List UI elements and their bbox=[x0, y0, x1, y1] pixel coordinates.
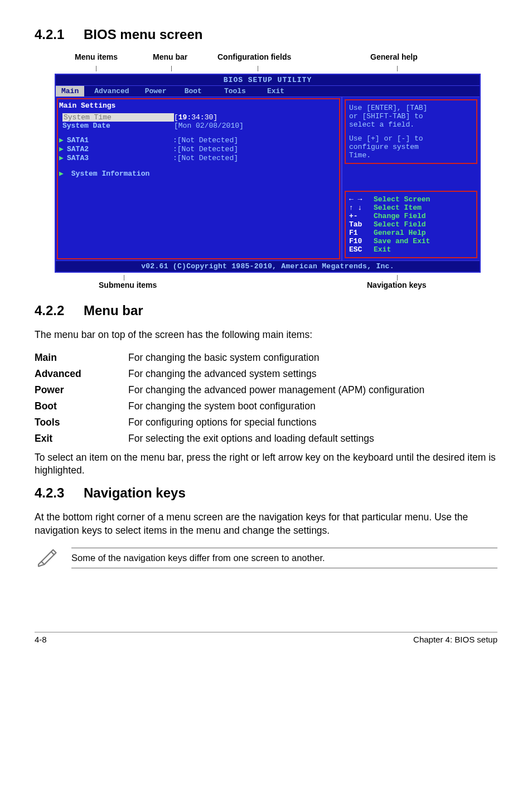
submenu-arrow-icon: ▶ bbox=[59, 153, 67, 162]
menubar-intro-text: The menu bar on top of the screen has th… bbox=[35, 328, 497, 342]
page-footer: 4-8 Chapter 4: BIOS setup bbox=[35, 632, 497, 644]
nav-key-f1: F1 bbox=[349, 229, 374, 237]
bios-sata1-value: :[Not Detected] bbox=[173, 136, 238, 144]
bios-system-date-value: [Mon 02/08/2010] bbox=[174, 122, 244, 130]
bios-title: BIOS SETUP UTILITY bbox=[56, 75, 480, 86]
bios-sata3-label: SATA3 bbox=[67, 154, 173, 162]
footer-chapter: Chapter 4: BIOS setup bbox=[413, 635, 497, 644]
bios-menu-bar: Main Advanced Power Boot Tools Exit bbox=[56, 86, 480, 97]
term-exit: Exit bbox=[35, 431, 128, 447]
bios-footer: v02.61 (C)Copyright 1985-2010, American … bbox=[56, 260, 480, 272]
term-boot: Boot bbox=[35, 398, 128, 414]
bios-tab-main[interactable]: Main bbox=[56, 86, 84, 96]
bios-sata2-row[interactable]: ▶ SATA2 :[Not Detected] bbox=[59, 144, 337, 153]
diagram-tick-row-top bbox=[35, 66, 497, 71]
bios-sata2-label: SATA2 bbox=[67, 145, 173, 153]
bios-sata1-label: SATA1 bbox=[67, 136, 173, 144]
nav-key-updown: ↑ ↓ bbox=[349, 204, 374, 212]
bios-system-time-label: System Time bbox=[62, 113, 174, 122]
desc-tools: For configuring options for special func… bbox=[128, 414, 497, 431]
bios-system-information-row[interactable]: ▶ System Information bbox=[59, 169, 337, 178]
label-menu-bar: Menu bar bbox=[153, 52, 187, 61]
bios-screenshot: BIOS SETUP UTILITY Main Advanced Power B… bbox=[55, 74, 481, 273]
section-heading-4-2-2: 4.2.2Menu bar bbox=[35, 303, 497, 318]
bios-left-pane: Main Settings System Time [19:34:30] Sys… bbox=[56, 97, 342, 260]
bios-sata3-value: :[Not Detected] bbox=[173, 154, 238, 162]
section-heading-4-2-3: 4.2.3Navigation keys bbox=[35, 485, 497, 501]
nav-key-leftright: ← → bbox=[349, 195, 374, 204]
bios-right-pane: Use [ENTER], [TAB] or [SHIFT-TAB] to sel… bbox=[342, 97, 480, 260]
diagram-tick-row-bottom bbox=[35, 275, 497, 281]
submenu-arrow-icon: ▶ bbox=[59, 169, 67, 178]
pencil-icon bbox=[35, 545, 58, 571]
nav-key-tab: Tab bbox=[349, 220, 374, 229]
section-number: 4.2.2 bbox=[35, 303, 84, 318]
menu-items-definition-table: MainFor changing the basic system config… bbox=[35, 350, 497, 447]
section-title: Menu bar bbox=[84, 303, 143, 318]
bios-system-date-label: System Date bbox=[62, 122, 174, 130]
nav-key-esc: ESC bbox=[349, 245, 374, 254]
label-submenu-items: Submenu items bbox=[99, 281, 157, 289]
section-heading-4-2-1: 4.2.1BIOS menu screen bbox=[35, 27, 497, 42]
term-power: Power bbox=[35, 382, 128, 398]
section-number: 4.2.3 bbox=[35, 485, 84, 501]
bios-system-time-row[interactable]: System Time [19:34:30] bbox=[59, 113, 337, 122]
bios-system-date-row[interactable]: System Date [Mon 02/08/2010] bbox=[59, 122, 337, 130]
bios-tab-advanced[interactable]: Advanced bbox=[89, 86, 134, 96]
desc-exit: For selecting the exit options and loadi… bbox=[128, 431, 497, 447]
menubar-outro-text: To select an item on the menu bar, press… bbox=[35, 451, 497, 477]
label-general-help: General help bbox=[370, 52, 418, 61]
term-advanced: Advanced bbox=[35, 366, 128, 382]
diagram-bottom-labels: Submenu items Navigation keys bbox=[35, 281, 497, 303]
diagram-top-labels: Menu items Menu bar Configuration fields… bbox=[35, 52, 497, 66]
footer-page-number: 4-8 bbox=[35, 635, 47, 644]
submenu-arrow-icon: ▶ bbox=[59, 144, 67, 153]
section-title: BIOS menu screen bbox=[84, 27, 202, 42]
note-text: Some of the navigation keys differ from … bbox=[71, 548, 497, 568]
navkeys-paragraph: At the bottom right corner of a menu scr… bbox=[35, 511, 497, 537]
nav-key-plusminus: +- bbox=[349, 212, 374, 220]
bios-nav-keys-box: ← →Select Screen ↑ ↓Select Item +-Change… bbox=[345, 191, 477, 258]
desc-main: For changing the basic system configurat… bbox=[128, 350, 497, 366]
bios-tab-boot[interactable]: Boot bbox=[179, 86, 207, 96]
bios-sata1-row[interactable]: ▶ SATA1 :[Not Detected] bbox=[59, 136, 337, 144]
bios-system-time-value: [19:34:30] bbox=[174, 113, 217, 122]
desc-advanced: For changing the advanced system setting… bbox=[128, 366, 497, 382]
bios-tab-tools[interactable]: Tools bbox=[219, 86, 252, 96]
bios-main-settings-heading: Main Settings bbox=[59, 102, 337, 110]
desc-power: For changing the advanced power manageme… bbox=[128, 382, 497, 398]
label-menu-items: Menu items bbox=[75, 52, 118, 61]
note-row: Some of the navigation keys differ from … bbox=[35, 545, 497, 571]
label-config-fields: Configuration fields bbox=[217, 52, 291, 61]
term-tools: Tools bbox=[35, 414, 128, 431]
label-navigation-keys: Navigation keys bbox=[367, 281, 427, 289]
bios-sata2-value: :[Not Detected] bbox=[173, 145, 238, 153]
section-number: 4.2.1 bbox=[35, 27, 84, 42]
submenu-arrow-icon: ▶ bbox=[59, 136, 67, 144]
bios-help-box: Use [ENTER], [TAB] or [SHIFT-TAB] to sel… bbox=[345, 99, 477, 164]
nav-key-f10: F10 bbox=[349, 237, 374, 245]
desc-boot: For changing the system boot configurati… bbox=[128, 398, 497, 414]
bios-tab-exit[interactable]: Exit bbox=[262, 86, 290, 96]
section-title: Navigation keys bbox=[84, 485, 186, 500]
term-main: Main bbox=[35, 350, 128, 366]
bios-tab-power[interactable]: Power bbox=[139, 86, 172, 96]
bios-sata3-row[interactable]: ▶ SATA3 :[Not Detected] bbox=[59, 153, 337, 162]
